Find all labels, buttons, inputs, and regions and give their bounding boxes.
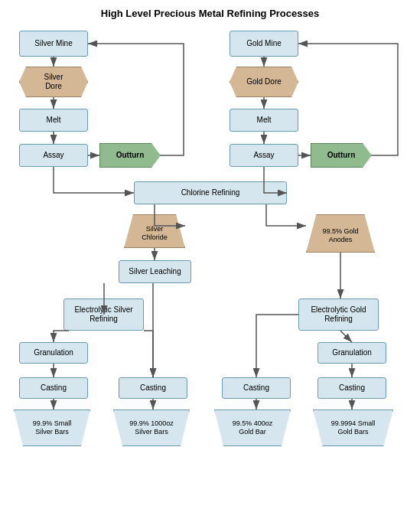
gold-outturn-box: Outturn: [311, 143, 372, 168]
casting-3-box: Casting: [222, 377, 291, 399]
svg-line-12: [340, 331, 352, 342]
gold-dore-box: Gold Dore: [230, 67, 298, 97]
electrolytic-silver-box: Electrolytic Silver Refining: [63, 299, 144, 331]
granulation-gold-box: Granulation: [317, 342, 386, 364]
casting-2-box: Casting: [119, 377, 187, 399]
page-title: High Level Precious Metal Refining Proce…: [6, 8, 414, 19]
silver-dore-box: Silver Dore: [19, 67, 88, 97]
gold-mine-box: Gold Mine: [230, 31, 298, 57]
output-1-box: 99.9% Small Silver Bars: [14, 409, 90, 446]
casting-4-box: Casting: [317, 377, 386, 399]
silver-mine-box: Silver Mine: [19, 31, 88, 57]
silver-chloride-box: Silver Chloride: [124, 214, 185, 248]
granulation-silver-left-box: Granulation: [19, 342, 88, 364]
silver-leaching-box: Silver Leaching: [119, 260, 191, 283]
gold-anodes-box: 99.5% Gold Anodes: [306, 214, 375, 253]
silver-outturn-box: Outturn: [99, 143, 161, 168]
electrolytic-gold-box: Electrolytic Gold Refining: [298, 299, 379, 331]
chlorine-refining-box: Chlorine Refining: [134, 181, 287, 204]
output-4-box: 99.9994 Small Gold Bars: [313, 409, 393, 446]
gold-assay-box: Assay: [230, 144, 298, 167]
casting-1-box: Casting: [19, 377, 88, 399]
output-2-box: 99.9% 1000oz Silver Bars: [113, 409, 190, 446]
diagram-container: High Level Precious Metal Refining Proce…: [0, 0, 420, 522]
silver-melt-box: Melt: [19, 109, 88, 132]
silver-assay-box: Assay: [19, 144, 88, 167]
gold-melt-box: Melt: [230, 109, 298, 132]
output-3-box: 99.5% 400oz Gold Bar: [214, 409, 291, 446]
